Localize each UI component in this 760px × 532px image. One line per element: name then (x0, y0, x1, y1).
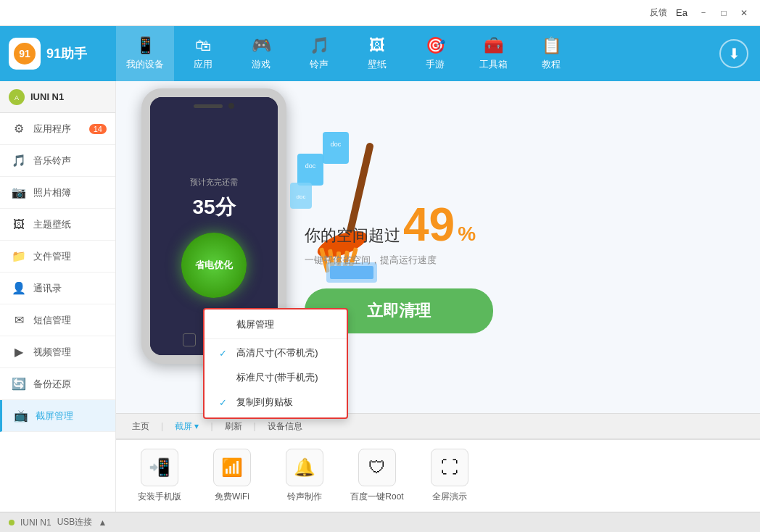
nav-item-my-device[interactable]: 📱 我的设备 (116, 26, 174, 81)
install-mobile-icon: 📲 (141, 449, 178, 486)
nav-item-apps[interactable]: 🛍 应用 (174, 26, 232, 81)
baidu-root-icon: 🛡 (358, 449, 396, 486)
contacts-sidebar-label: 通讯录 (33, 282, 62, 295)
download-button[interactable]: ⬇ (719, 39, 748, 68)
tab-refresh[interactable]: 刷新 (216, 417, 251, 436)
nav-item-tutorial[interactable]: 📋 教程 (522, 26, 580, 81)
close-button[interactable]: ✕ (734, 5, 754, 21)
games-nav-label: 游戏 (252, 58, 270, 71)
dropdown-label-standard-shell: 标准尺寸(带手机壳) (236, 371, 318, 384)
tutorial-nav-icon: 📋 (542, 36, 561, 55)
backup-sidebar-label: 备份还原 (33, 378, 71, 391)
nav-item-wallpaper[interactable]: 🖼 壁纸 (348, 26, 406, 81)
titlebar: 反馈 Ea － □ ✕ (0, 0, 760, 26)
tab-screenshot[interactable]: 截屏 ▾ (166, 417, 207, 436)
my-device-nav-label: 我的设备 (126, 58, 164, 71)
dropdown-item-copy-clipboard[interactable]: ✓ 复制到剪贴板 (205, 390, 347, 415)
logo-text: 91助手 (46, 45, 87, 62)
dropdown-label-hd-no-shell: 高清尺寸(不带机壳) (236, 346, 318, 359)
tool-install-mobile[interactable]: 📲 安装手机版 (131, 449, 189, 503)
tool-free-wifi[interactable]: 📶 免费WiFi (203, 449, 261, 503)
apps-nav-label: 应用 (194, 58, 212, 71)
minimize-button[interactable]: － (693, 5, 714, 21)
sidebar-item-wallpaper[interactable]: 🖼 主题壁纸 (0, 209, 115, 241)
device-name: IUNI N1 (30, 91, 64, 102)
tutorial-nav-label: 教程 (542, 58, 561, 71)
phone-optimization-circle[interactable]: 省电优化 (181, 233, 247, 298)
screenshot-dropdown: 截屏管理 ✓ 高清尺寸(不带机壳) 标准尺寸(带手机壳) ✓ 复制到剪贴板 (203, 308, 348, 419)
space-info: 你的空间超过 49 % (305, 201, 745, 248)
music-sidebar-label: 音乐铃声 (33, 154, 71, 167)
my-device-nav-icon: 📱 (136, 36, 155, 55)
space-unit: % (458, 223, 476, 246)
sidebar-items-container: ⚙ 应用程序 14 🎵 音乐铃声 📷 照片相簿 🖼 主题壁纸 📁 文件管理 👤 … (0, 113, 115, 432)
dropdown-item-hd-no-shell[interactable]: ✓ 高清尺寸(不带机壳) (205, 341, 347, 365)
mobile-games-nav-icon: 🎯 (426, 36, 445, 55)
dropdown-item-standard-shell[interactable]: 标准尺寸(带手机壳) (205, 365, 347, 390)
free-wifi-label: 免费WiFi (215, 491, 249, 503)
phone-camera (228, 103, 234, 109)
phone-charging-text: 预计充完还需 (190, 177, 238, 188)
tool-fullscreen[interactable]: ⛶ 全屏演示 (421, 449, 479, 503)
wallpaper-nav-icon: 🖼 (369, 36, 385, 55)
tab-device-info[interactable]: 设备信息 (259, 417, 311, 436)
apps-sidebar-icon: ⚙ (12, 122, 26, 136)
fullscreen-icon: ⛶ (431, 449, 468, 486)
tool-ringtone-make[interactable]: 🔔 铃声制作 (276, 449, 334, 503)
logo-icon: 91 (9, 38, 41, 70)
top-navigation: 91 91助手 📱 我的设备 🛍 应用 🎮 游戏 🎵 铃声 🖼 壁纸 🎯 手游 … (0, 26, 760, 81)
ea-text: Ea (676, 7, 687, 18)
contacts-sidebar-icon: 👤 (12, 281, 26, 295)
space-subtitle: 一键帮你省空间，提高运行速度 (305, 254, 745, 267)
phone-home-btn (183, 333, 196, 346)
nav-item-ringtones[interactable]: 🎵 铃声 (290, 26, 348, 81)
screenshot-sidebar-label: 截屏管理 (36, 410, 73, 423)
sidebar-item-contacts[interactable]: 👤 通讯录 (0, 273, 115, 304)
sidebar-item-screenshot[interactable]: 📺 截屏管理 (0, 400, 115, 432)
sidebar-item-video[interactable]: ▶ 视频管理 (0, 336, 115, 368)
status-device: IUNI N1 (20, 518, 51, 528)
right-content: 你的空间超过 49 % 一键帮你省空间，提高运行速度 立即清理 (305, 96, 745, 439)
main-layout: A IUNI N1 ⚙ 应用程序 14 🎵 音乐铃声 📷 照片相簿 🖼 主题壁纸… (0, 81, 760, 512)
tool-baidu-root[interactable]: 🛡 百度一键Root (348, 449, 406, 503)
nav-item-toolbox[interactable]: 🧰 工具箱 (464, 26, 522, 81)
check-icon-hd: ✓ (219, 348, 231, 359)
photos-sidebar-label: 照片相簿 (33, 186, 71, 199)
phone-top-bar (194, 103, 234, 109)
maximize-button[interactable]: □ (714, 5, 734, 21)
badge-apps: 14 (89, 124, 107, 134)
nav-item-games[interactable]: 🎮 游戏 (232, 26, 290, 81)
video-sidebar-label: 视频管理 (33, 346, 71, 359)
sidebar-item-files[interactable]: 📁 文件管理 (0, 241, 115, 273)
phone-minutes: 35分 (192, 194, 235, 221)
status-connection: USB连接 (57, 516, 93, 528)
wallpaper-nav-label: 壁纸 (368, 58, 387, 71)
sidebar-item-photos[interactable]: 📷 照片相簿 (0, 177, 115, 209)
screenshot-sidebar-icon: 📺 (14, 409, 28, 423)
backup-sidebar-icon: 🔄 (12, 377, 26, 391)
sidebar-item-music[interactable]: 🎵 音乐铃声 (0, 145, 115, 177)
files-sidebar-icon: 📁 (12, 249, 26, 263)
mobile-games-nav-label: 手游 (426, 58, 445, 71)
content-area: 预计充完还需 35分 省电优化 doc doc doc (116, 81, 760, 512)
tab-home[interactable]: 主页 (123, 417, 158, 436)
sidebar-item-sms[interactable]: ✉ 短信管理 (0, 304, 115, 336)
nav-item-mobile-games[interactable]: 🎯 手游 (406, 26, 464, 81)
dropdown-item-screenshot-manage[interactable]: 截屏管理 (205, 312, 347, 337)
sidebar-item-apps[interactable]: ⚙ 应用程序 14 (0, 113, 115, 145)
ringtones-nav-icon: 🎵 (310, 36, 329, 55)
logo-area: 91 91助手 (0, 38, 116, 70)
nav-items: 📱 我的设备 🛍 应用 🎮 游戏 🎵 铃声 🖼 壁纸 🎯 手游 🧰 工具箱 📋 … (116, 26, 719, 81)
status-arrow: ▲ (98, 518, 107, 528)
install-mobile-label: 安装手机版 (138, 491, 181, 503)
sidebar-item-backup[interactable]: 🔄 备份还原 (0, 368, 115, 400)
space-percent: 49 (403, 201, 455, 248)
sms-sidebar-label: 短信管理 (33, 314, 71, 327)
files-sidebar-label: 文件管理 (33, 250, 71, 263)
apps-nav-icon: 🛍 (195, 36, 211, 55)
feedback-link[interactable]: 反馈 (650, 7, 667, 19)
fullscreen-label: 全屏演示 (432, 491, 467, 503)
check-icon-copy: ✓ (219, 397, 231, 408)
android-icon: A (9, 89, 25, 105)
dropdown-label-copy-clipboard: 复制到剪贴板 (236, 396, 293, 409)
